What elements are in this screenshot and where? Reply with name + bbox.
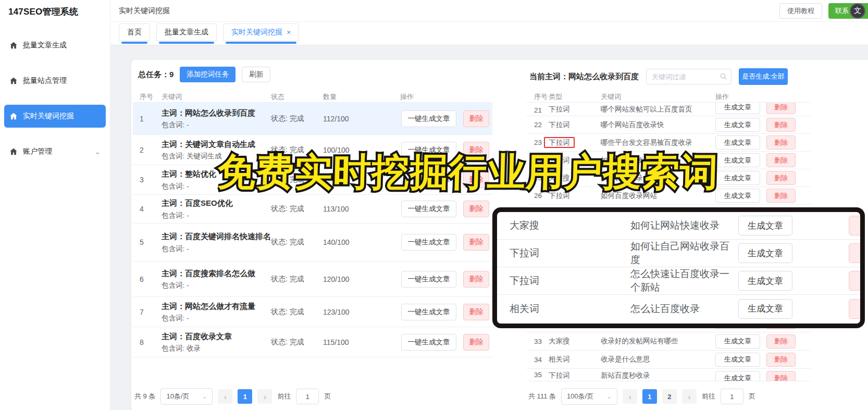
content-area: 总任务：9 添加挖词任务 刷新 序号 关键词 状态 数量 操作 1 主词：网站怎… xyxy=(110,45,868,410)
generate-article-button[interactable]: 生成文章 xyxy=(738,243,792,263)
delete-button[interactable]: 删除 xyxy=(766,118,796,132)
generate-article-button[interactable]: 一键生成文章 xyxy=(401,334,456,351)
search-icon[interactable] xyxy=(720,72,727,80)
delete-button[interactable]: 删除 xyxy=(463,271,489,288)
generate-article-button[interactable]: 一键生成文章 xyxy=(401,171,456,188)
delete-button[interactable]: 删除 xyxy=(849,299,865,319)
keyword-pagination: 共 111 条 100条/页 ⌄ ‹ 1 2 › 前往 页 xyxy=(528,388,755,405)
generate-all-button[interactable]: 是否生成:全部 xyxy=(739,68,788,85)
generate-article-button[interactable]: 生成文章 xyxy=(738,299,792,319)
table-row[interactable]: 35 下拉词 新站百度秒收录 生成文章删除 xyxy=(526,369,811,381)
sidebar-item-account[interactable]: 账户管理 ⌄ xyxy=(4,140,106,163)
delete-button[interactable]: 删除 xyxy=(849,216,865,235)
task-toolbar: 总任务：9 添加挖词任务 刷新 xyxy=(138,67,270,82)
table-row[interactable]: 2 主词：关键词文章自动生成包含词: 关键词生成 状态: 完成 100/100 … xyxy=(133,135,492,165)
goto-page-input[interactable] xyxy=(721,389,743,404)
table-row[interactable]: 1 主词：网站怎么收录到百度包含词: - 状态: 完成 112/100 一键生成… xyxy=(133,103,492,135)
table-row[interactable]: 6 主词：百度搜索排名怎么做包含词: - 状态: 完成 120/100 一键生成… xyxy=(133,262,492,297)
table-row[interactable]: 5 主词：百度关键词排名快速排名包含词: - 状态: 完成 140/100 一键… xyxy=(133,223,492,262)
delete-button[interactable]: 删除 xyxy=(766,334,796,349)
close-icon[interactable]: × xyxy=(287,28,291,36)
next-page-button[interactable]: › xyxy=(257,389,272,404)
generate-article-button[interactable]: 生成文章 xyxy=(715,189,760,203)
generate-article-button[interactable]: 一键生成文章 xyxy=(401,201,456,217)
row-seq: 3 xyxy=(133,176,162,184)
page-unit-label: 页 xyxy=(749,392,755,401)
table-row[interactable]: 23 下拉词 哪些平台发文容易被百度收录 生成文章删除 xyxy=(526,134,811,152)
delete-button[interactable]: 删除 xyxy=(849,271,865,291)
generate-article-button[interactable]: 生成文章 xyxy=(715,153,760,167)
row-keyword: 主词：百度搜索排名怎么做包含词: - xyxy=(162,268,271,291)
tutorial-button[interactable]: 使用教程 xyxy=(779,3,822,19)
table-row[interactable]: 4 主词：百度SEO优化包含词: - 状态: 完成 113/100 一键生成文章… xyxy=(133,195,492,223)
tab-batch-article[interactable]: 批量文章生成 xyxy=(156,23,217,41)
keyword-filter-input[interactable] xyxy=(646,69,731,84)
generate-article-button[interactable]: 生成文章 xyxy=(738,271,792,291)
generate-article-button[interactable]: 生成文章 xyxy=(715,171,760,185)
generate-article-button[interactable]: 生成文章 xyxy=(715,334,760,349)
generate-article-button[interactable]: 一键生成文章 xyxy=(401,110,456,127)
sidebar-menu: 批量文章生成 批量站点管理 实时关键词挖掘 账户管理 ⌄ xyxy=(0,34,110,163)
sidebar-item-batch-article[interactable]: 批量文章生成 xyxy=(4,34,106,57)
translate-float-icon[interactable]: 文 xyxy=(850,3,865,19)
add-mining-task-button[interactable]: 添加挖词任务 xyxy=(180,67,235,82)
col-op: 操作 xyxy=(378,92,414,102)
generate-article-button[interactable]: 一键生成文章 xyxy=(401,304,456,320)
table-row[interactable]: 8 主词：百度收录文章包含词: 收录 状态: 完成 115/100 一键生成文章… xyxy=(133,327,492,357)
row-seq: 5 xyxy=(133,238,162,246)
table-row[interactable]: 3 主词：整站优化包含词: - 状态: 完成 一键生成文章删除 xyxy=(133,165,492,195)
app-logo: 147SEO管理系统 xyxy=(0,0,110,23)
delete-button[interactable]: 删除 xyxy=(463,171,489,188)
delete-button[interactable]: 删除 xyxy=(463,142,489,158)
prev-page-button[interactable]: ‹ xyxy=(623,389,637,404)
table-row[interactable]: 34 相关词 收录是什么意思 生成文章删除 xyxy=(526,351,811,369)
generate-article-button[interactable]: 生成文章 xyxy=(715,118,760,132)
generate-article-button[interactable]: 生成文章 xyxy=(715,371,760,381)
generate-article-button[interactable]: 一键生成文章 xyxy=(401,271,456,288)
generate-article-button[interactable]: 生成文章 xyxy=(715,103,760,114)
table-row[interactable]: 21 下拉词 哪个网站发帖可以上百度首页 生成文章删除 xyxy=(526,103,811,116)
row-qty: 100/100 xyxy=(323,146,378,154)
delete-button[interactable]: 删除 xyxy=(463,110,489,127)
row-keyword: 收录是什么意思 xyxy=(601,355,708,364)
delete-button[interactable]: 删除 xyxy=(766,353,796,367)
row-status: 状态: 完成 xyxy=(271,238,323,247)
delete-button[interactable]: 删除 xyxy=(766,371,796,381)
table-row[interactable]: 22 下拉词 哪个网站百度收录快 生成文章删除 xyxy=(526,116,811,134)
page-unit-label: 页 xyxy=(324,392,331,401)
generate-article-button[interactable]: 生成文章 xyxy=(738,216,792,235)
goto-page-input[interactable] xyxy=(296,389,319,404)
refresh-button[interactable]: 刷新 xyxy=(242,67,270,82)
page-number-1[interactable]: 1 xyxy=(642,389,657,404)
sidebar-item-batch-site[interactable]: 批量站点管理 xyxy=(4,69,106,92)
delete-button[interactable]: 删除 xyxy=(766,189,796,203)
tab-home[interactable]: 首页 xyxy=(119,23,150,41)
page-number-1[interactable]: 1 xyxy=(238,389,252,404)
generate-article-button[interactable]: 一键生成文章 xyxy=(401,142,456,158)
table-row[interactable]: 25 大家搜 网站百度收录 生成文章删除 xyxy=(526,169,811,187)
generate-article-button[interactable]: 生成文章 xyxy=(715,353,760,367)
row-type: 相关词 xyxy=(497,302,630,316)
delete-button[interactable]: 删除 xyxy=(766,171,796,185)
page-size-select[interactable]: 100条/页 ⌄ xyxy=(561,388,617,405)
delete-button[interactable]: 删除 xyxy=(849,243,865,263)
next-page-button[interactable]: › xyxy=(682,389,697,404)
table-row[interactable]: 24 下拉词 如何让网站被百度收录 生成文章删除 xyxy=(526,152,811,169)
delete-button[interactable]: 删除 xyxy=(766,135,796,150)
prev-page-button[interactable]: ‹ xyxy=(218,389,232,404)
tab-keyword-mining[interactable]: 实时关键词挖掘 × xyxy=(223,23,299,41)
delete-button[interactable]: 删除 xyxy=(766,153,796,167)
page-size-select[interactable]: 10条/页 ⌄ xyxy=(160,388,213,405)
sidebar-item-keyword-mining[interactable]: 实时关键词挖掘 xyxy=(4,105,106,128)
delete-button[interactable]: 删除 xyxy=(766,103,796,114)
delete-button[interactable]: 删除 xyxy=(463,304,489,320)
table-row[interactable]: 7 主词：网站怎么做才有流量包含词: - 状态: 完成 123/100 一键生成… xyxy=(133,297,492,327)
page-number-2[interactable]: 2 xyxy=(662,389,677,404)
delete-button[interactable]: 删除 xyxy=(463,234,489,251)
table-row[interactable]: 26 下拉词 如何百度收录网站 生成文章删除 xyxy=(526,187,811,205)
delete-button[interactable]: 删除 xyxy=(463,334,489,351)
delete-button[interactable]: 删除 xyxy=(463,201,489,217)
generate-article-button[interactable]: 一键生成文章 xyxy=(401,234,456,251)
table-row[interactable]: 33 大家搜 收录好的发帖网站有哪些 生成文章删除 xyxy=(526,332,811,351)
generate-article-button[interactable]: 生成文章 xyxy=(715,135,760,150)
